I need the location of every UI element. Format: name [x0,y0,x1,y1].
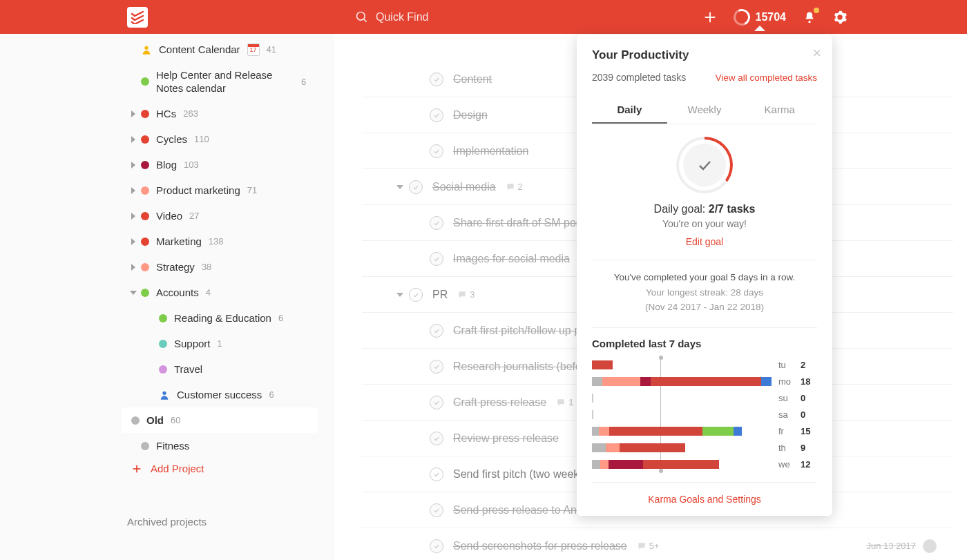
chart-bar [592,443,772,452]
task-checkbox[interactable] [430,216,443,230]
chevron-icon [131,264,135,271]
task-name: Send first pitch (two weeks [453,468,584,481]
chart-day-value: 0 [801,393,814,403]
comment-count[interactable]: 2 [506,182,523,192]
sidebar-project[interactable]: Help Center and Release Notes calendar6 [0,62,334,101]
project-name: Video [156,210,182,222]
productivity-panel: × Your Productivity 2039 completed tasks… [577,35,832,516]
close-icon[interactable]: × [812,44,821,62]
chart-bar-row: sa0 [592,407,817,423]
sidebar-project[interactable]: Video27 [0,203,334,229]
task-name: Craft first pitch/follow up pi [453,325,583,337]
notifications-button[interactable] [794,2,825,32]
comment-count[interactable]: 5+ [637,541,660,551]
checkmark-icon [696,157,713,173]
project-color-dot [141,212,149,220]
task-checkbox[interactable] [430,503,443,517]
comment-icon [506,182,515,192]
task-name: Send screenshots for press release [453,540,627,552]
app-logo[interactable] [127,7,148,28]
project-count: 71 [247,185,257,195]
task-checkbox[interactable] [430,144,443,158]
productivity-title: Your Productivity [592,48,817,62]
quick-add-button[interactable] [695,2,725,32]
task-checkbox[interactable] [409,288,423,302]
chart-bar [592,377,772,386]
sidebar-project[interactable]: Old60 [122,407,318,433]
chevron-down-icon[interactable] [396,293,403,297]
project-count: 263 [183,108,198,119]
task-checkbox[interactable] [430,539,443,553]
project-count: 103 [184,160,199,170]
sidebar-project[interactable]: Customer success6 [0,382,334,407]
app-header: Quick Find 15704 [0,0,967,34]
project-name: Support [174,338,211,349]
sidebar-project[interactable]: Accounts4 [0,280,334,305]
comment-count[interactable]: 3 [457,289,475,300]
sidebar-project[interactable]: Product marketing71 [0,177,334,203]
task-checkbox[interactable] [430,73,443,86]
task-checkbox[interactable] [430,360,443,374]
view-all-completed-link[interactable]: View all completed tasks [715,73,817,83]
sidebar-project[interactable]: Cycles110 [0,126,334,152]
task-checkbox[interactable] [430,324,443,338]
task-row[interactable]: Send screenshots for press release5+Jun … [362,528,953,560]
project-count: 110 [194,134,209,144]
sidebar: Content Calendar1741Help Center and Rele… [0,34,334,560]
add-project-button[interactable]: Add Project [0,463,334,474]
project-color-dot [141,289,149,297]
tab-daily[interactable]: Daily [592,97,667,124]
sidebar-project[interactable]: Support1 [0,331,334,356]
tab-karma[interactable]: Karma [742,97,817,124]
chart-day-label: fr [778,426,794,436]
chart-bar [592,360,772,369]
sidebar-project[interactable]: HCs263 [0,101,334,126]
sidebar-project[interactable]: Content Calendar1741 [0,37,334,62]
plus-icon [702,10,718,25]
calendar-icon: 17 [247,44,260,56]
sidebar-project[interactable]: Travel [0,356,334,382]
settings-button[interactable] [825,2,855,32]
sidebar-project[interactable]: Fitness [0,433,334,458]
chart-day-label: mo [778,376,794,387]
task-name: Content [453,73,492,86]
task-checkbox[interactable] [430,432,443,445]
sidebar-project[interactable]: Blog103 [0,152,334,177]
task-checkbox[interactable] [409,180,423,194]
chevron-down-icon[interactable] [396,185,403,189]
task-checkbox[interactable] [430,396,443,409]
completed-chart: tu2mo18su0sa0fr15th9we12 [592,358,817,472]
project-name: Accounts [156,287,199,298]
edit-goal-link[interactable]: Edit goal [686,236,723,247]
quick-find[interactable]: Quick Find [355,10,428,24]
project-count: 1 [218,338,222,349]
project-color-dot [141,442,149,450]
chart-bar-row: mo18 [592,374,817,389]
chart-bar-row: tu2 [592,358,817,373]
project-count: 6 [278,313,283,323]
chart-day-label: sa [778,409,794,420]
assignee-avatar[interactable] [923,539,937,553]
chart-day-value: 15 [801,426,814,436]
task-checkbox[interactable] [430,252,443,266]
chart-day-value: 18 [801,376,814,387]
dropdown-pointer [754,26,765,31]
karma-settings-link[interactable]: Karma Goals and Settings [592,494,817,505]
chart-day-label: tu [778,360,794,370]
sidebar-project[interactable]: Marketing138 [0,229,334,254]
task-checkbox[interactable] [430,467,443,481]
task-name: Social media [432,181,496,193]
task-checkbox[interactable] [430,108,443,122]
comment-icon [457,290,467,300]
karma-button[interactable]: 15704 [725,9,795,26]
project-color-dot [131,416,140,425]
tab-weekly[interactable]: Weekly [667,97,743,124]
comment-count[interactable]: 1 [556,397,573,407]
sidebar-project[interactable]: Reading & Education6 [0,305,334,331]
task-name: Share first draft of SM posts [453,217,590,229]
task-name: Send press release to Ana [453,504,583,516]
project-name: Blog [156,159,177,171]
project-count: 6 [301,77,306,87]
sidebar-project[interactable]: Strategy38 [0,254,334,280]
archived-projects-link[interactable]: Archived projects [0,516,334,528]
